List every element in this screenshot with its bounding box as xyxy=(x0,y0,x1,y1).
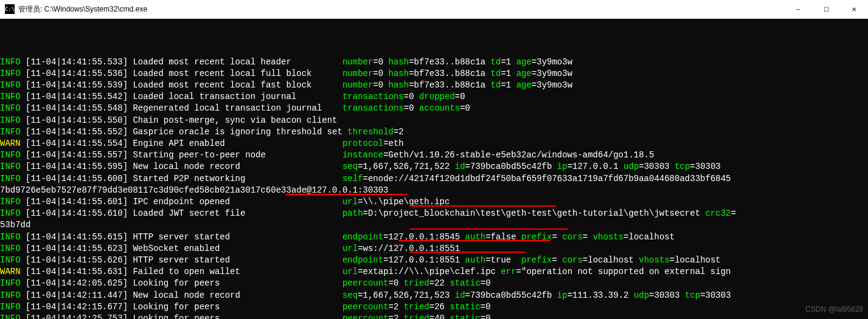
eq: = xyxy=(358,290,363,300)
log-level: INFO xyxy=(0,80,21,90)
log-level: INFO xyxy=(0,162,21,171)
eq: = xyxy=(485,255,490,265)
log-key: age xyxy=(516,80,532,90)
eq: = xyxy=(501,69,505,78)
pad xyxy=(557,255,562,265)
log-key: url xyxy=(342,197,358,207)
log-message: Loaded local transaction journal xyxy=(133,92,342,101)
log-timestamp: [11-04|14:41:55.623] xyxy=(21,244,133,253)
pad xyxy=(383,80,388,90)
eq: = xyxy=(583,255,588,265)
eq: = xyxy=(389,278,394,288)
eq: = xyxy=(649,290,654,300)
eq: = xyxy=(383,255,388,265)
log-timestamp: [11-04|14:41:55.552] xyxy=(21,127,133,137)
log-val: 3y9mo3w xyxy=(536,80,572,90)
log-val: 26 xyxy=(434,302,445,312)
log-key: path xyxy=(342,208,363,218)
eq: = xyxy=(568,162,572,171)
log-line: INFO [11-04|14:41:55.626] HTTP server st… xyxy=(0,255,868,266)
log-key: protocol xyxy=(342,139,383,148)
log-val: enode://42174f120d1dbdf24f50baf659f07633… xyxy=(368,174,731,184)
eq: = xyxy=(532,69,536,78)
log-val: 0 xyxy=(378,69,383,78)
log-key: endpoint xyxy=(342,255,383,265)
red-underline-annotation xyxy=(398,240,550,241)
log-line: INFO [11-04|14:41:55.595] New local node… xyxy=(0,161,868,173)
eq: = xyxy=(639,162,644,171)
log-timestamp: [11-04|14:41:55.600] xyxy=(21,174,133,184)
log-val: 2 xyxy=(398,127,403,137)
eq: = xyxy=(373,57,378,67)
eq: = xyxy=(670,255,675,265)
eq: = xyxy=(429,302,434,312)
log-key: vhosts xyxy=(639,255,669,265)
log-message: Looking for peers xyxy=(133,302,342,312)
eq: = xyxy=(455,92,460,101)
pad xyxy=(414,103,419,113)
log-message: Started P2P networking xyxy=(133,174,342,184)
maximize-button[interactable]: ☐ xyxy=(812,0,840,18)
log-key: ip xyxy=(557,290,568,300)
minimize-button[interactable]: ─ xyxy=(784,0,812,18)
terminal-output[interactable]: CSDN @lal95828 INFO [11-04|14:41:55.533]… xyxy=(0,19,868,319)
eq: = xyxy=(700,290,705,300)
log-val: 0 xyxy=(409,103,414,113)
log-val: 1 xyxy=(506,69,511,78)
log-message: Loaded JWT secret file xyxy=(133,208,342,218)
log-message: WebSocket enabled xyxy=(133,244,342,253)
log-key: id xyxy=(455,290,465,300)
log-timestamp: [11-04|14:41:55.533] xyxy=(21,57,133,67)
titlebar[interactable]: C:\ 管理员: C:\Windows\System32\cmd.exe ─ ☐… xyxy=(0,0,868,19)
log-level: INFO xyxy=(0,127,21,137)
log-val: bf7e33..b88c1a xyxy=(414,57,486,67)
log-line: INFO [11-04|14:41:55.536] Loaded most re… xyxy=(0,68,868,80)
log-key: number xyxy=(342,80,373,90)
log-level: INFO xyxy=(0,150,21,160)
log-val: 3y9mo3w xyxy=(536,57,572,67)
log-val: 40 xyxy=(434,314,445,319)
log-key: seq xyxy=(342,162,358,171)
log-key: peercount xyxy=(342,302,389,312)
eq: = xyxy=(389,302,394,312)
log-timestamp: [11-04|14:41:55.542] xyxy=(21,92,133,101)
eq: = xyxy=(481,302,485,312)
log-val: 1 xyxy=(506,80,511,90)
log-key: cors xyxy=(562,232,583,242)
eq: = xyxy=(532,80,536,90)
log-line: INFO [11-04|14:41:55.548] Regenerated lo… xyxy=(0,103,868,114)
log-level: INFO xyxy=(0,115,21,125)
close-button[interactable]: ✕ xyxy=(840,0,868,18)
red-underline-annotation xyxy=(410,252,526,253)
log-key: hash xyxy=(389,69,409,78)
log-timestamp: [11-04|14:41:55.631] xyxy=(21,267,133,276)
log-key: static xyxy=(450,314,480,319)
log-line: INFO [11-04|14:41:55.542] Loaded local t… xyxy=(0,91,868,103)
cmd-window: C:\ 管理员: C:\Windows\System32\cmd.exe ─ ☐… xyxy=(0,0,868,319)
log-message: Engine API enabled xyxy=(133,139,342,148)
log-line: INFO [11-04|14:41:55.552] Gasprice oracl… xyxy=(0,126,868,138)
log-key: self xyxy=(342,174,363,184)
eq: = xyxy=(363,208,368,218)
log-val-wrap: 53b7dd xyxy=(0,220,30,230)
log-timestamp: [11-04|14:41:55.610] xyxy=(21,208,133,218)
log-val: localhost xyxy=(588,255,634,265)
log-val: 111.33.39.2 xyxy=(572,290,628,300)
eq: = xyxy=(501,80,505,90)
log-val: 1 xyxy=(506,57,511,67)
log-key: accounts xyxy=(419,103,460,113)
pad xyxy=(398,302,403,312)
log-line: INFO [11-04|14:41:55.610] Loaded JWT sec… xyxy=(0,208,868,219)
log-key: tcp xyxy=(675,162,690,171)
log-key: td xyxy=(491,80,501,90)
window-buttons: ─ ☐ ✕ xyxy=(784,0,868,18)
log-line-wrap: 7bd9726e5eb7527e87f79dd3e08117c3d90cfed5… xyxy=(0,185,868,196)
log-timestamp: [11-04|14:42:25.753] xyxy=(21,314,133,319)
log-key: err xyxy=(501,267,516,276)
log-val: 0 xyxy=(485,314,490,319)
eq: = xyxy=(409,69,414,78)
log-val: 739bca0bd55c42fb xyxy=(470,162,552,171)
log-timestamp: [11-04|14:41:55.626] xyxy=(21,255,133,265)
log-message: Regenerated local transaction journal xyxy=(133,103,342,113)
log-key: vhosts xyxy=(593,232,623,242)
